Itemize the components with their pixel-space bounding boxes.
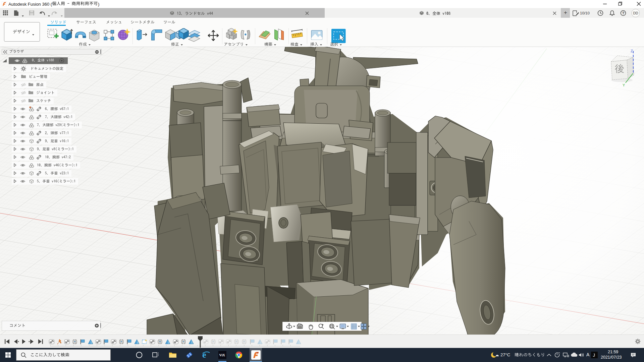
svg-text:Z: Z [631,49,633,53]
svg-text:DD: DD [633,11,639,15]
svg-text:Y: Y [623,83,625,87]
svg-text:ViX: ViX [219,353,225,357]
svg-text:?: ? [622,11,625,15]
svg-text:J: J [593,353,595,358]
